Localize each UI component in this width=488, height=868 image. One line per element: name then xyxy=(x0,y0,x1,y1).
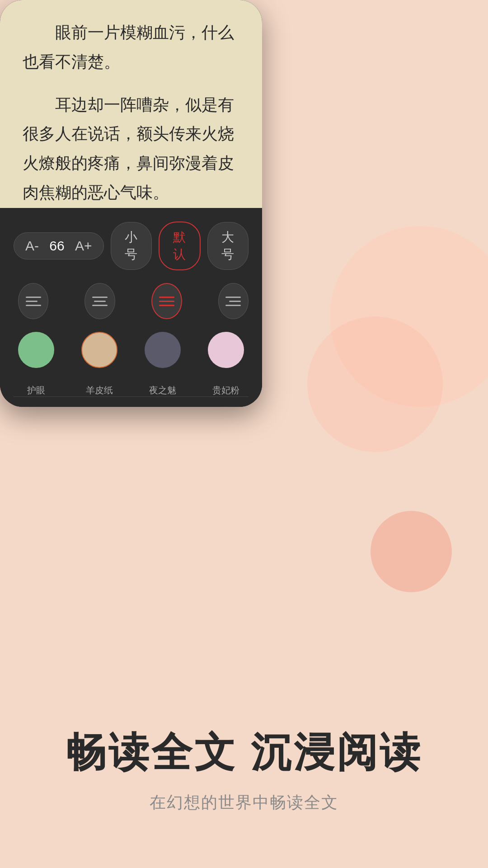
theme-yezhimei-wrapper: 夜之魅 xyxy=(145,332,181,384)
theme-yangpizhi-label: 羊皮纸 xyxy=(86,384,113,396)
align-left-button[interactable] xyxy=(18,283,48,319)
settings-panel: A- 66 A+ 小号 默认 大号 xyxy=(0,208,262,407)
align-center-button[interactable] xyxy=(84,283,115,319)
divider xyxy=(14,396,249,397)
paragraph-1: 眼前一片模糊血污，什么也看不清楚。 xyxy=(23,18,239,77)
reading-area: 眼前一片模糊血污，什么也看不清楚。 耳边却一阵嘈杂，似是有很多人在说话，额头传来… xyxy=(0,0,262,208)
font-preset-default[interactable]: 默认 xyxy=(159,222,201,270)
font-preset-small[interactable]: 小号 xyxy=(111,222,152,270)
theme-hujian-button[interactable] xyxy=(18,332,54,368)
sub-title: 在幻想的世界中畅读全文 xyxy=(150,792,338,814)
font-increase-button[interactable]: A+ xyxy=(75,238,92,254)
font-size-control: A- 66 A+ xyxy=(14,232,104,259)
font-preset-large[interactable]: 大号 xyxy=(207,222,249,270)
align-center-icon xyxy=(92,297,108,306)
theme-hujian-label: 护眼 xyxy=(27,384,45,396)
font-size-row: A- 66 A+ 小号 默认 大号 xyxy=(14,222,249,270)
align-justify-button[interactable] xyxy=(151,283,182,319)
theme-guifeifeng-wrapper: 贵妃粉 xyxy=(208,332,244,384)
lower-section: 畅读全文 沉浸阅读 在幻想的世界中畅读全文 xyxy=(0,407,488,868)
font-size-value: 66 xyxy=(48,238,66,254)
align-justify-icon xyxy=(159,297,174,306)
theme-hujian-wrapper: 护眼 xyxy=(18,332,54,384)
align-right-icon xyxy=(225,297,241,306)
theme-yezhimei-button[interactable] xyxy=(145,332,181,368)
main-title: 畅读全文 沉浸阅读 xyxy=(66,725,422,780)
theme-guifeifeng-label: 贵妃粉 xyxy=(212,384,239,396)
align-left-icon xyxy=(26,297,41,306)
theme-row: 护眼 羊皮纸 夜之魅 贵妃粉 xyxy=(14,332,249,384)
align-right-button[interactable] xyxy=(218,283,249,319)
font-decrease-button[interactable]: A- xyxy=(25,238,39,254)
theme-yangpizhi-button[interactable] xyxy=(81,332,117,368)
theme-guifeifeng-button[interactable] xyxy=(208,332,244,368)
alignment-row xyxy=(14,283,249,319)
phone-mockup: 眼前一片模糊血污，什么也看不清楚。 耳边却一阵嘈杂，似是有很多人在说话，额头传来… xyxy=(0,0,262,407)
reading-text: 眼前一片模糊血污，什么也看不清楚。 耳边却一阵嘈杂，似是有很多人在说话，额头传来… xyxy=(23,18,239,208)
paragraph-2: 耳边却一阵嘈杂，似是有很多人在说话，额头传来火烧火燎般的疼痛，鼻间弥漫着皮肉焦糊… xyxy=(23,90,239,208)
theme-yezhimei-label: 夜之魅 xyxy=(149,384,176,396)
theme-yangpizhi-wrapper: 羊皮纸 xyxy=(81,332,117,384)
